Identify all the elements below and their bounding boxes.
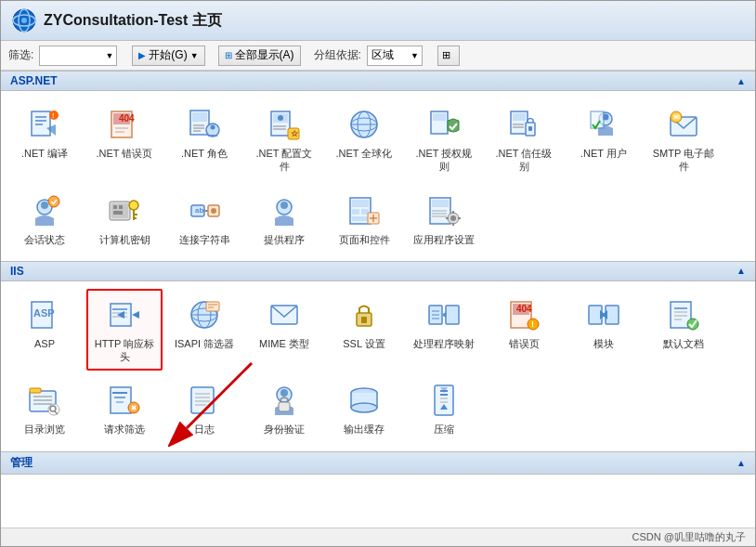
svg-marker-92: [132, 311, 139, 319]
svg-rect-53: [113, 205, 117, 209]
iis-icon-grid: ASP ASP: [1, 281, 755, 451]
svg-text:ASP: ASP: [33, 307, 55, 319]
icon-page-control[interactable]: 页面和控件: [326, 185, 402, 254]
icon-compress[interactable]: 压缩: [406, 374, 482, 443]
svg-text:!: !: [531, 319, 534, 329]
icon-request-filter[interactable]: 请求筛选: [86, 374, 163, 443]
icon-connection-string[interactable]: ab 连接字符串: [166, 185, 242, 254]
icon-ssl-settings[interactable]: SSL 设置: [326, 289, 402, 371]
svg-point-153: [351, 403, 377, 412]
icon-dotnet-compile[interactable]: ! .NET 编译: [7, 98, 83, 181]
icon-dotnet-user[interactable]: .NET 用户: [566, 98, 642, 181]
icon-dotnet-error-page[interactable]: 404 .NET 错误页: [86, 98, 163, 181]
app-icon: [12, 8, 36, 33]
icon-dotnet-trust[interactable]: .NET 信任级别: [486, 98, 562, 181]
svg-rect-117: [606, 306, 619, 324]
title-bar: ZYConsultation-Test 主页: [1, 1, 755, 41]
svg-rect-68: [352, 200, 369, 207]
svg-point-50: [48, 196, 59, 207]
icon-dir-browse[interactable]: 目录浏览: [7, 374, 83, 443]
svg-rect-55: [113, 211, 123, 215]
svg-point-147: [280, 389, 288, 397]
chevron-icon: ▲: [736, 76, 746, 86]
icon-dotnet-globalization[interactable]: .NET 全球化: [326, 98, 402, 181]
svg-point-49: [41, 202, 48, 209]
svg-rect-103: [361, 317, 367, 323]
icon-default-doc[interactable]: 默认文档: [645, 289, 722, 371]
section-header-aspnet[interactable]: ASP.NET ▲: [1, 71, 755, 91]
icon-isapi-filter[interactable]: ISAPI 筛选器: [166, 289, 242, 371]
icon-dotnet-role[interactable]: .NET 角色: [166, 98, 242, 181]
svg-rect-71: [352, 216, 369, 221]
filter-dropdown[interactable]: ▼: [39, 46, 117, 66]
icon-mime-type[interactable]: MIME 类型: [246, 289, 322, 371]
start-button[interactable]: ▶ 开始(G) ▼: [132, 46, 204, 66]
group-label: 分组依据:: [314, 47, 361, 63]
main-window: ZYConsultation-Test 主页 筛选: ▼ ▶ 开始(G) ▼ ⊞…: [0, 0, 756, 547]
svg-rect-41: [528, 126, 532, 131]
section-header-iis[interactable]: IIS ▲: [1, 261, 755, 281]
section-iis: IIS ▲ ASP ASP: [1, 261, 755, 451]
icon-session-state[interactable]: 会话状态: [7, 185, 83, 254]
icon-handler-mapping[interactable]: 处理程序映射: [406, 289, 482, 371]
status-text: CSDN @叽里咕噜的丸子: [632, 530, 746, 544]
svg-rect-141: [191, 387, 214, 413]
content-area[interactable]: ASP.NET ▲ !: [1, 71, 755, 527]
svg-point-66: [280, 202, 288, 209]
svg-rect-35: [433, 113, 446, 121]
svg-point-25: [278, 115, 283, 121]
icon-smtp-mail[interactable]: ✉ SMTP 电子邮件: [645, 98, 722, 181]
svg-text:ab: ab: [195, 206, 203, 215]
svg-rect-4: [32, 111, 50, 136]
filter-label: 筛选:: [8, 47, 33, 63]
toolbar: 筛选: ▼ ▶ 开始(G) ▼ ⊞ 全部显示(A) 分组依据: 区域 ▼ ⊞: [1, 41, 755, 71]
chevron-icon-iis: ▲: [736, 266, 746, 276]
svg-point-81: [450, 215, 456, 221]
aspnet-icon-grid: ! .NET 编译 404: [1, 91, 755, 261]
svg-rect-116: [589, 306, 602, 324]
svg-marker-119: [600, 310, 606, 319]
svg-text:404: 404: [516, 304, 532, 314]
icon-dotnet-config[interactable]: ☆ .NET 配置文件: [246, 98, 322, 181]
icon-provider[interactable]: 提供程序: [246, 185, 322, 254]
icon-app-settings[interactable]: 应用程序设置: [406, 185, 482, 254]
icon-log[interactable]: 日志: [166, 374, 242, 443]
svg-text:404: 404: [119, 113, 135, 124]
svg-text:✉: ✉: [673, 113, 680, 122]
svg-rect-148: [279, 402, 290, 411]
icon-machine-key[interactable]: 计算机密钥: [86, 185, 163, 254]
svg-point-22: [211, 125, 215, 130]
section-aspnet: ASP.NET ▲ !: [1, 71, 755, 261]
svg-point-3: [21, 18, 27, 23]
svg-rect-69: [352, 209, 359, 215]
icon-dotnet-auth-rules[interactable]: .NET 授权规则: [406, 98, 482, 181]
page-title: ZYConsultation-Test 主页: [44, 11, 222, 31]
chevron-icon-mgmt: ▲: [736, 458, 746, 468]
view-button[interactable]: ⊞: [437, 46, 460, 66]
svg-rect-76: [432, 200, 449, 207]
svg-rect-127: [30, 388, 41, 393]
section-header-management[interactable]: 管理 ▲: [1, 451, 755, 475]
svg-rect-54: [119, 205, 123, 209]
svg-point-56: [129, 201, 138, 210]
svg-rect-105: [446, 306, 459, 324]
icon-http-response-headers[interactable]: HTTP 响应标头: [86, 289, 163, 371]
icon-asp[interactable]: ASP ASP: [7, 289, 83, 371]
svg-text:☆: ☆: [291, 129, 299, 138]
status-bar: CSDN @叽里咕噜的丸子: [1, 527, 755, 546]
show-all-button[interactable]: ⊞ 全部显示(A): [218, 46, 301, 66]
svg-rect-17: [192, 112, 207, 122]
icon-module[interactable]: 模块: [566, 289, 642, 371]
svg-rect-98: [206, 302, 219, 311]
svg-rect-37: [513, 113, 526, 121]
section-management: 管理 ▲: [1, 451, 755, 475]
svg-point-64: [211, 208, 216, 214]
icon-error-page[interactable]: 404 ! 错误页: [486, 289, 562, 371]
svg-rect-134: [111, 387, 131, 413]
group-dropdown[interactable]: 区域 ▼: [367, 46, 423, 66]
svg-text:!: !: [52, 112, 54, 119]
icon-auth[interactable]: 身份验证: [246, 374, 322, 443]
icon-output-cache[interactable]: 输出缓存: [326, 374, 402, 443]
